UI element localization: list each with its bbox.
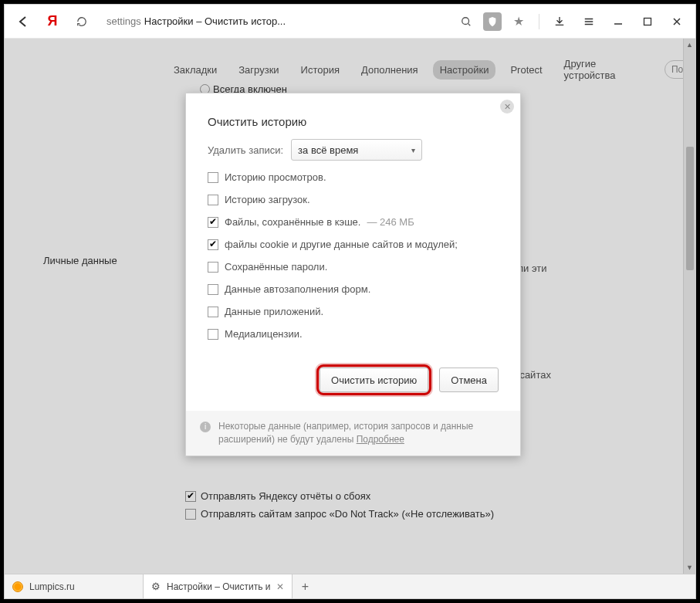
favicon-icon	[12, 581, 23, 592]
checkbox-icon	[208, 262, 218, 273]
minimize-button[interactable]	[606, 9, 631, 34]
chevron-down-icon: ▾	[411, 146, 415, 154]
url-prefix: settings	[107, 15, 141, 27]
checkbox-icon	[208, 284, 218, 295]
bookmark-star-icon[interactable]: ★	[506, 9, 531, 34]
maximize-button[interactable]	[635, 9, 660, 34]
check-app-data[interactable]: Данные приложений.	[208, 306, 499, 317]
period-value: за всё время	[298, 144, 358, 156]
new-tab-button[interactable]: +	[293, 574, 317, 598]
dialog-close-button[interactable]: ✕	[500, 100, 514, 113]
dialog-footer-note: i Некоторые данные (например, история за…	[186, 411, 520, 456]
check-label: Историю просмотров.	[225, 171, 326, 183]
close-window-button[interactable]	[664, 9, 689, 34]
divider	[539, 14, 539, 29]
browser-tab-settings[interactable]: ⚙ Настройки – Очистить и ✕	[144, 574, 293, 598]
check-label: Медиалицензии.	[225, 328, 303, 340]
checkbox-icon	[208, 329, 218, 340]
check-media-licenses[interactable]: Медиалицензии.	[208, 328, 499, 340]
cancel-button[interactable]: Отмена	[439, 368, 499, 392]
checkbox-icon	[208, 217, 218, 228]
back-button[interactable]	[11, 9, 36, 34]
menu-icon[interactable]	[577, 9, 601, 34]
clear-history-dialog: ✕ Очистить историю Удалить записи: за вс…	[185, 93, 521, 456]
dialog-title: Очистить историю	[186, 93, 520, 139]
checkbox-icon	[208, 172, 218, 183]
period-dropdown[interactable]: за всё время ▾	[291, 139, 422, 161]
check-cookies[interactable]: файлы cookie и другие данные сайтов и мо…	[208, 239, 499, 250]
checkbox-icon	[208, 307, 218, 317]
check-label: Историю загрузок.	[225, 194, 310, 205]
check-label: Файлы, сохранённые в кэше.	[225, 216, 360, 228]
check-browsing-history[interactable]: Историю просмотров.	[208, 171, 499, 183]
check-label: Данные автозаполнения форм.	[225, 283, 370, 295]
check-cache[interactable]: Файлы, сохранённые в кэше. — 246 МБ	[208, 216, 499, 228]
protect-shield-icon[interactable]	[483, 12, 502, 31]
note-more-link[interactable]: Подробнее	[357, 434, 404, 445]
check-label: файлы cookie и другие данные сайтов и мо…	[225, 239, 458, 250]
tab-label: Lumpics.ru	[29, 581, 75, 592]
clear-history-button[interactable]: Очистить историю	[320, 368, 428, 392]
check-label: Данные приложений.	[225, 306, 323, 317]
search-in-page-icon[interactable]	[454, 9, 479, 34]
delete-period-label: Удалить записи:	[208, 144, 283, 156]
url-title: Настройки – Очистить истор...	[144, 15, 286, 27]
check-autofill[interactable]: Данные автозаполнения форм.	[208, 283, 499, 295]
check-download-history[interactable]: Историю загрузок.	[208, 194, 499, 205]
note-text: Некоторые данные (например, история запр…	[218, 421, 473, 445]
yandex-logo[interactable]: Я	[40, 9, 65, 34]
gear-icon: ⚙	[151, 581, 161, 592]
info-icon: i	[200, 422, 211, 432]
downloads-icon[interactable]	[547, 9, 572, 34]
check-passwords[interactable]: Сохранённые пароли.	[208, 261, 499, 273]
browser-tab-lumpics[interactable]: Lumpics.ru	[5, 574, 144, 598]
svg-point-0	[462, 17, 469, 24]
cache-size: — 246 МБ	[367, 216, 414, 228]
close-tab-icon[interactable]: ✕	[276, 581, 284, 592]
svg-rect-1	[644, 18, 651, 25]
tab-label: Настройки – Очистить и	[167, 581, 270, 592]
reload-button[interactable]	[69, 9, 94, 34]
address-bar[interactable]: settings Настройки – Очистить истор...	[99, 9, 449, 34]
checkbox-icon	[208, 195, 218, 205]
check-label: Сохранённые пароли.	[225, 261, 327, 273]
checkbox-icon	[208, 239, 218, 250]
